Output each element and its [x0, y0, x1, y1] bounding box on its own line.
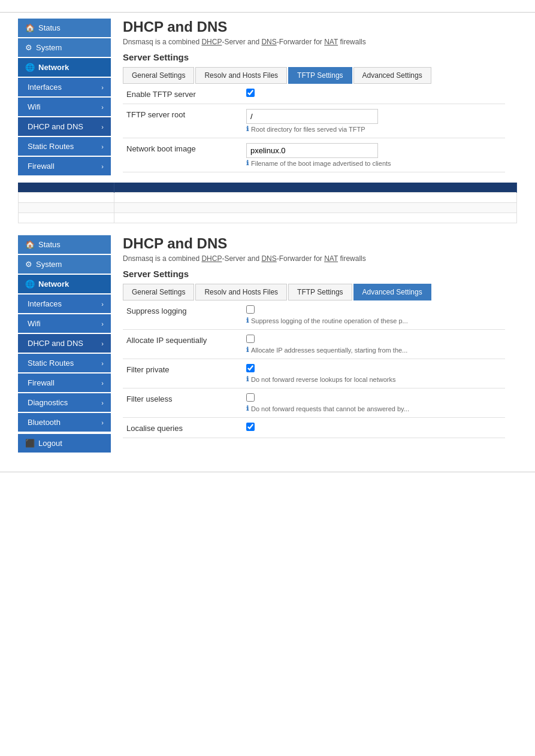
bottom-sidebar: 🏠Status ⚙System 🌐Network Interfaces › Wi… — [18, 235, 111, 454]
bottom-sidebar-item-status[interactable]: 🏠Status — [18, 235, 111, 254]
top-sidebar: 🏠Status ⚙System 🌐Network Interfaces › Wi… — [18, 19, 111, 177]
field-label-enable-tftp: Enable TFTP server — [123, 84, 243, 104]
bottom-sidebar-item-network[interactable]: 🌐Network — [18, 275, 111, 293]
top-panel: 🏠Status ⚙System 🌐Network Interfaces › Wi… — [18, 19, 517, 177]
allocate-ip-checkbox[interactable] — [246, 335, 255, 343]
dark-table-cell — [19, 193, 114, 203]
dns-link2[interactable]: DNS — [261, 254, 276, 263]
dhcp-link2[interactable]: DHCP — [201, 254, 222, 263]
info-icon: ℹ — [246, 317, 249, 324]
dark-table — [18, 183, 517, 223]
filter-private-checkbox[interactable] — [246, 364, 255, 372]
top-form-table: Enable TFTP server TFTP server root ℹ Ro… — [123, 84, 505, 172]
tab-advanced-settings-2[interactable]: Advanced Settings — [353, 284, 431, 300]
table-row: Filter private ℹ Do not forward reverse … — [123, 359, 505, 388]
bottom-sidebar-item-logout[interactable]: ⬛Logout — [18, 434, 111, 453]
nat-link[interactable]: NAT — [324, 38, 338, 46]
bottom-sidebar-label-interfaces: Interfaces — [28, 299, 62, 308]
bottom-sidebar-label-bluetooth: Bluetooth — [28, 418, 61, 427]
gear-icon: ⚙ — [25, 43, 32, 52]
sidebar-item-firewall[interactable]: Firewall › — [18, 157, 111, 175]
field-label-localise-queries: Localise queries — [123, 418, 243, 438]
table-row — [19, 203, 517, 213]
page-title-bottom: DHCP and DNS — [123, 235, 505, 252]
gear-icon: ⚙ — [25, 260, 32, 269]
chevron-right-icon: › — [101, 340, 104, 347]
tab-tftp-settings-2[interactable]: TFTP Settings — [288, 284, 352, 300]
bottom-sidebar-item-system[interactable]: ⚙System — [18, 255, 111, 274]
chevron-right-icon: › — [101, 143, 104, 150]
bottom-sidebar-item-firewall[interactable]: Firewall › — [18, 374, 111, 392]
bottom-sidebar-item-interfaces[interactable]: Interfaces › — [18, 294, 111, 313]
bottom-sidebar-label-system: System — [36, 260, 62, 269]
home-icon: 🏠 — [25, 23, 35, 32]
chevron-right-icon: › — [101, 123, 104, 130]
tab-advanced-settings[interactable]: Advanced Settings — [353, 67, 431, 84]
suppress-logging-helper-text: Suppress logging of the routine operatio… — [251, 317, 408, 324]
bottom-sidebar-label-network: Network — [38, 280, 69, 289]
tab-resolv-hosts[interactable]: Resolv and Hosts Files — [195, 67, 287, 84]
section-title-top: Server Settings — [123, 52, 505, 62]
tab-general-settings[interactable]: General Settings — [123, 67, 194, 84]
allocate-ip-helper: ℹ Allocate IP addresses sequentially, st… — [246, 346, 501, 354]
sidebar-item-status[interactable]: 🏠Status — [18, 19, 111, 37]
nat-link2[interactable]: NAT — [324, 254, 338, 263]
bottom-sidebar-item-static-routes[interactable]: Static Routes › — [18, 354, 111, 372]
sidebar-item-dhcp-dns[interactable]: DHCP and DNS › — [18, 117, 111, 136]
boot-image-input[interactable] — [246, 143, 378, 158]
dark-table-cell — [114, 203, 517, 213]
tftp-root-helper: ℹ Root directory for files served via TF… — [246, 125, 501, 133]
field-label-filter-private: Filter private — [123, 359, 243, 388]
sidebar-label-static-routes: Static Routes — [28, 142, 74, 151]
tab-tftp-settings[interactable]: TFTP Settings — [288, 67, 352, 84]
bottom-sidebar-item-dhcp-dns[interactable]: DHCP and DNS › — [18, 334, 111, 353]
dark-table-cell — [19, 203, 114, 213]
sidebar-label-firewall: Firewall — [28, 162, 55, 171]
bottom-panel: 🏠Status ⚙System 🌐Network Interfaces › Wi… — [18, 235, 517, 454]
tab-resolv-hosts-2[interactable]: Resolv and Hosts Files — [195, 284, 287, 300]
filter-private-helper-text: Do not forward reverse lookups for local… — [251, 376, 396, 383]
field-label-allocate-ip: Allocate IP sequentially — [123, 330, 243, 359]
field-label-suppress-logging: Suppress logging — [123, 300, 243, 330]
localise-queries-checkbox[interactable] — [246, 423, 255, 431]
sidebar-item-interfaces[interactable]: Interfaces › — [18, 78, 111, 96]
bottom-sidebar-label-diagnostics: Diagnostics — [28, 398, 68, 407]
logout-icon: ⬛ — [25, 439, 35, 448]
table-row: Localise queries — [123, 418, 505, 438]
bottom-sidebar-item-bluetooth[interactable]: Bluetooth › — [18, 413, 111, 432]
tab-general-settings-2[interactable]: General Settings — [123, 284, 194, 300]
chevron-right-icon: › — [101, 300, 104, 308]
sidebar-item-static-routes[interactable]: Static Routes › — [18, 137, 111, 156]
filter-useless-helper-text: Do not forward requests that cannot be a… — [251, 405, 409, 412]
bottom-rule — [0, 472, 535, 472]
bottom-sidebar-label-logout: Logout — [38, 439, 62, 448]
table-row: Suppress logging ℹ Suppress logging of t… — [123, 300, 505, 330]
suppress-logging-checkbox[interactable] — [246, 305, 255, 314]
table-row: Filter useless ℹ Do not forward requests… — [123, 388, 505, 418]
chevron-right-icon: › — [101, 419, 104, 426]
bottom-sidebar-label-dhcp-dns: DHCP and DNS — [28, 339, 83, 348]
dns-link[interactable]: DNS — [261, 38, 276, 46]
tftp-root-input[interactable] — [246, 109, 378, 124]
network-icon: 🌐 — [25, 280, 35, 289]
filter-useless-helper: ℹ Do not forward requests that cannot be… — [246, 405, 501, 412]
table-row: TFTP server root ℹ Root directory for fi… — [123, 104, 505, 138]
bottom-sidebar-item-wifi[interactable]: Wifi › — [18, 314, 111, 333]
sidebar-item-network[interactable]: 🌐Network — [18, 58, 111, 77]
filter-private-helper: ℹ Do not forward reverse lookups for loc… — [246, 375, 501, 383]
filter-useless-checkbox[interactable] — [246, 393, 255, 402]
dark-table-cell — [114, 213, 517, 223]
sidebar-item-system[interactable]: ⚙System — [18, 38, 111, 57]
boot-image-helper: ℹ Filename of the boot image advertised … — [246, 159, 501, 167]
dhcp-link[interactable]: DHCP — [201, 38, 222, 46]
bottom-main-content: DHCP and DNS Dnsmasq is a combined DHCP-… — [111, 235, 517, 454]
info-icon: ℹ — [246, 159, 249, 167]
chevron-right-icon: › — [101, 399, 104, 406]
boot-image-helper-text: Filename of the boot image advertised to… — [251, 160, 391, 167]
bottom-sidebar-item-diagnostics[interactable]: Diagnostics › — [18, 393, 111, 412]
network-icon: 🌐 — [25, 63, 35, 72]
sidebar-item-wifi[interactable]: Wifi › — [18, 98, 111, 116]
chevron-right-icon: › — [101, 320, 104, 327]
bottom-sidebar-label-firewall: Firewall — [28, 378, 55, 387]
enable-tftp-checkbox[interactable] — [246, 89, 255, 97]
